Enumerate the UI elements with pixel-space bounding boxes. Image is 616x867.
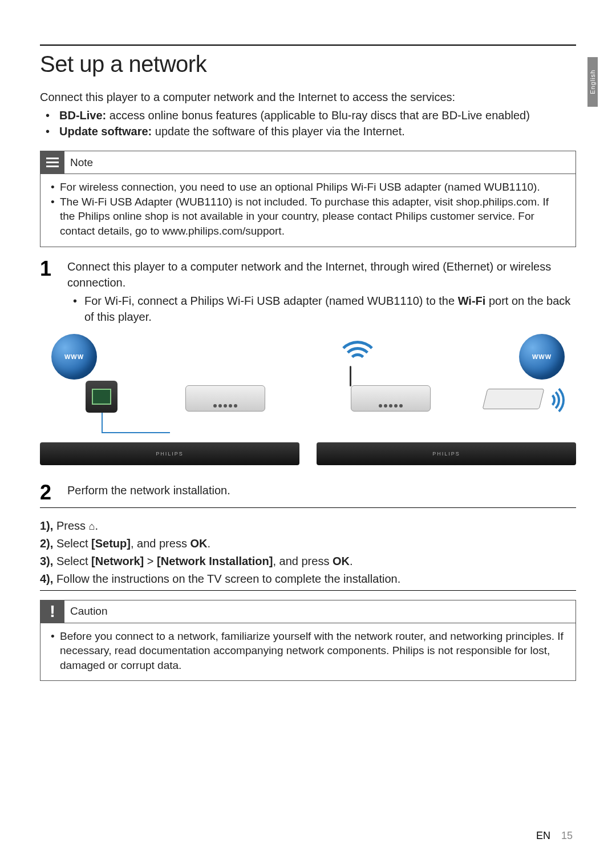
note-header: Note: [40, 151, 576, 174]
feature-bold: BD-Live:: [59, 109, 106, 122]
language-tab: English: [587, 57, 598, 107]
home-icon: ⌂: [89, 521, 95, 532]
ministep-text: Select: [53, 555, 91, 567]
feature-text: update the software of this player via t…: [152, 125, 405, 138]
installation-substeps: 1), Press ⌂. 2), Select [Setup], and pre…: [40, 517, 576, 588]
step-text: Connect this player to a computer networ…: [67, 260, 551, 289]
top-rule: [40, 45, 576, 46]
menu-setup: [Setup]: [91, 537, 131, 550]
ministep-text: Follow the instructions on the TV screen…: [53, 572, 400, 585]
step-1: 1 Connect this player to a computer netw…: [40, 259, 576, 325]
list-item: BD-Live: access online bonus features (a…: [59, 107, 576, 123]
ministep-num: 1),: [40, 519, 53, 532]
feature-bold: Update software:: [59, 125, 152, 138]
connection-diagrams: PHILIPS PHILIPS: [40, 334, 576, 465]
menu-network-installation: [Network Installation]: [157, 555, 273, 567]
substep-prefix: For Wi-Fi, connect a Philips Wi-Fi USB a…: [84, 295, 458, 307]
page-title: Set up a network: [40, 51, 576, 77]
wifi-arc-icon: [530, 383, 565, 417]
intro-text: Connect this player to a computer networ…: [40, 91, 576, 104]
ministep-num: 4),: [40, 572, 53, 585]
ministep-text: Press: [53, 519, 88, 532]
step-text: Perform the network installation.: [67, 484, 230, 497]
globe-icon: [519, 334, 565, 380]
page-footer: EN 15: [536, 830, 573, 842]
note-box: Note For wireless connection, you need t…: [40, 151, 576, 247]
menu-network: [Network]: [91, 555, 144, 567]
list-item: For wireless connection, you need to use…: [60, 180, 565, 195]
note-icon: [40, 151, 64, 174]
ministep-text: Select: [53, 537, 91, 550]
player-device: PHILIPS: [317, 442, 576, 465]
caution-box: ! Caution Before you connect to a networ…: [40, 600, 576, 681]
caution-body: Before you connect to a network, familia…: [40, 623, 576, 681]
ministep-num: 3),: [40, 555, 53, 567]
note-body: For wireless connection, you need to use…: [40, 174, 576, 247]
feature-list: BD-Live: access online bonus features (a…: [40, 107, 576, 139]
ministep-num: 2),: [40, 537, 53, 550]
list-item: For Wi-Fi, connect a Philips Wi-Fi USB a…: [84, 293, 576, 325]
caution-icon: !: [40, 600, 64, 623]
router-icon: [185, 385, 265, 412]
antenna-icon: [350, 366, 351, 386]
substep-bold: Wi-Fi: [458, 295, 486, 307]
ok-label: OK: [333, 555, 350, 567]
caution-title: Caution: [64, 605, 108, 618]
wireless-diagram: PHILIPS: [317, 334, 576, 465]
ethernet-cable: [102, 413, 170, 433]
wifi-signal-icon: [336, 341, 382, 386]
divider-rule: [40, 507, 576, 508]
footer-page-number: 15: [561, 830, 573, 841]
list-item: The Wi-Fi USB Adapter (WUB1110) is not i…: [60, 195, 565, 239]
wireless-router-icon: [351, 385, 431, 412]
list-item: Update software: update the software of …: [59, 123, 576, 139]
player-device: PHILIPS: [40, 442, 299, 465]
ok-label: OK: [190, 537, 207, 550]
step-number: 1: [40, 259, 57, 325]
step-number: 2: [40, 482, 57, 503]
caution-header: ! Caution: [40, 600, 576, 623]
footer-lang: EN: [536, 830, 550, 841]
globe-icon: [51, 334, 97, 380]
lan-port-icon: [86, 381, 117, 413]
divider-rule: [40, 590, 576, 591]
note-title: Note: [64, 156, 93, 169]
list-item: Before you connect to a network, familia…: [60, 629, 565, 673]
step-2: 2 Perform the network installation.: [40, 482, 576, 503]
feature-text: access online bonus features (applicable…: [106, 109, 530, 122]
wired-diagram: PHILIPS: [40, 334, 299, 465]
